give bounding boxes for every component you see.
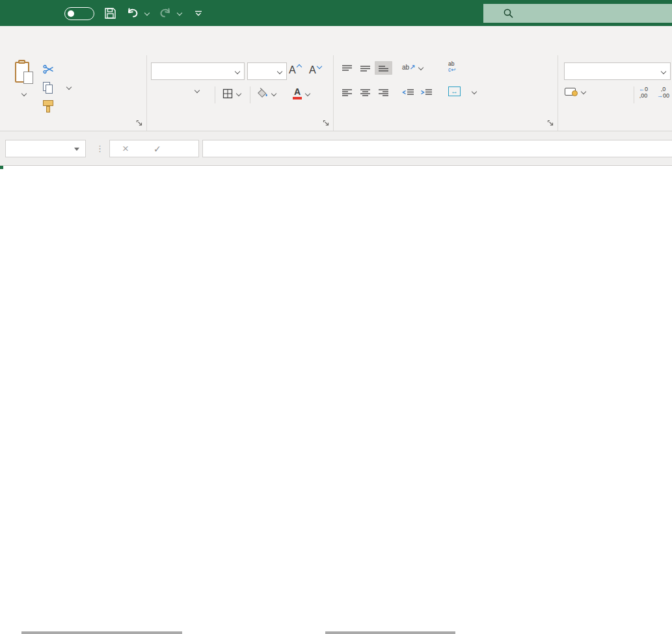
copy-button[interactable]	[43, 79, 71, 96]
borders-dropdown-icon[interactable]	[236, 91, 241, 96]
wrap-text-icon: abc↩	[448, 61, 455, 73]
align-bottom-button[interactable]	[375, 61, 392, 75]
worksheet	[0, 166, 672, 634]
currency-dropdown-icon[interactable]	[581, 89, 586, 94]
merge-center-dropdown-icon[interactable]	[472, 88, 477, 94]
decrease-decimal-button[interactable]: ,0→00	[657, 86, 669, 99]
align-left-button[interactable]	[342, 88, 353, 97]
orientation-dropdown-icon[interactable]	[418, 64, 423, 70]
font-name-combo[interactable]	[151, 62, 245, 80]
font-color-icon: A	[293, 87, 302, 99]
name-box-dropdown-icon[interactable]	[74, 148, 79, 151]
font-name-dropdown-icon[interactable]	[235, 68, 240, 73]
copy-icon	[43, 82, 52, 93]
ribbon-tab-bar	[0, 26, 672, 55]
clipboard-dialog-launcher-icon[interactable]	[136, 120, 143, 127]
name-box[interactable]	[5, 140, 86, 157]
copy-dropdown-icon[interactable]	[66, 85, 72, 90]
enter-icon[interactable]: ✓	[154, 144, 161, 154]
increase-indent-button[interactable]	[420, 88, 433, 97]
fill-color-icon	[256, 88, 268, 99]
formula-input[interactable]	[202, 140, 672, 157]
accounting-format-button[interactable]	[565, 87, 585, 96]
underline-button[interactable]	[191, 88, 199, 92]
font-color-dropdown-icon[interactable]	[305, 90, 310, 96]
scissors-icon	[43, 64, 54, 74]
number-format-combo[interactable]	[564, 62, 671, 80]
underline-dropdown-icon[interactable]	[195, 88, 200, 93]
undo-icon[interactable]	[126, 7, 140, 19]
redo-icon	[158, 7, 172, 19]
formula-buttons: × ✓	[109, 140, 199, 157]
font-group: A A A	[147, 55, 334, 131]
title-bar	[0, 0, 672, 26]
paste-dropdown-icon[interactable]	[21, 91, 27, 96]
number-format-dropdown-icon[interactable]	[661, 68, 666, 73]
paste-icon	[15, 60, 33, 84]
format-painter-icon	[43, 100, 53, 111]
formula-bar-splitter[interactable]: ⋮	[96, 144, 104, 153]
font-color-button[interactable]: A	[293, 87, 310, 99]
alignment-group: ab↗ abc↩ ↔	[334, 55, 558, 131]
undo-dropdown-icon[interactable]	[144, 10, 150, 16]
bottom-edge-strip	[325, 631, 455, 634]
toggle-knob	[68, 10, 74, 17]
autosave-toggle[interactable]	[64, 7, 94, 20]
customize-toolbar-icon[interactable]	[195, 10, 202, 16]
bottom-edge-strip	[21, 631, 182, 634]
decrease-font-size-button[interactable]: A	[309, 64, 316, 76]
fill-color-button[interactable]	[256, 88, 276, 99]
align-middle-button[interactable]	[360, 64, 371, 73]
borders-icon	[222, 88, 233, 99]
font-size-combo[interactable]	[247, 62, 287, 80]
cut-button[interactable]	[43, 60, 59, 77]
excel-window: A A A a	[0, 0, 672, 634]
paste-button[interactable]	[7, 59, 42, 120]
fill-color-dropdown-icon[interactable]	[271, 90, 276, 96]
align-right-button[interactable]	[378, 88, 389, 97]
currency-icon	[565, 87, 578, 96]
borders-button[interactable]	[222, 88, 241, 99]
merge-center-icon: ↔	[448, 86, 461, 96]
orientation-icon: ab↗	[402, 63, 415, 72]
search-box[interactable]	[483, 4, 672, 23]
merge-center-button[interactable]: ↔	[448, 86, 476, 96]
alignment-dialog-launcher-icon[interactable]	[547, 120, 554, 127]
format-painter-button[interactable]	[43, 97, 58, 114]
quick-access-toolbar	[104, 0, 202, 26]
active-cell-selection[interactable]	[0, 166, 3, 168]
clipboard-group	[0, 55, 147, 131]
search-icon	[503, 8, 514, 19]
wrap-text-button[interactable]: abc↩	[448, 61, 459, 73]
align-center-button[interactable]	[360, 88, 371, 97]
redo-dropdown-icon	[177, 10, 182, 16]
font-size-dropdown-icon[interactable]	[277, 68, 282, 73]
font-dialog-launcher-icon[interactable]	[323, 120, 330, 127]
save-icon[interactable]	[104, 7, 116, 20]
formula-bar: ⋮ × ✓	[0, 131, 672, 166]
decrease-indent-button[interactable]	[402, 88, 414, 97]
orientation-button[interactable]: ab↗	[402, 63, 423, 72]
align-top-button[interactable]	[342, 64, 353, 73]
cancel-icon[interactable]: ×	[122, 143, 129, 154]
increase-decimal-button[interactable]: ←0,00	[639, 86, 648, 99]
fill-handle[interactable]	[0, 166, 4, 170]
ribbon: A A A a	[0, 55, 672, 131]
increase-font-size-button[interactable]: A	[289, 64, 296, 76]
number-group: ←0,00 ,0→00	[558, 55, 672, 131]
